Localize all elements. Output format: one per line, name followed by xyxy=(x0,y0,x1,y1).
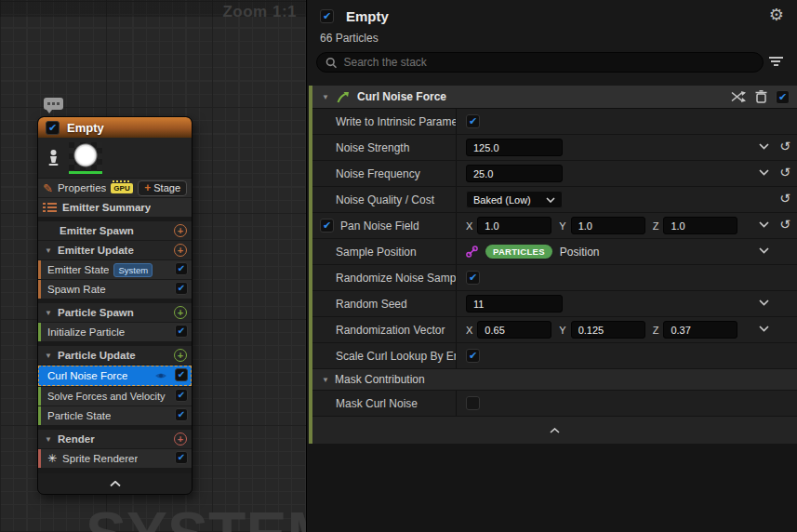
node-row-particle-state[interactable]: Particle State ✔ xyxy=(38,406,192,425)
emitter-node-header[interactable]: ✔ Empty xyxy=(38,117,192,138)
chevron-down-icon[interactable] xyxy=(759,247,769,254)
chevron-down-icon xyxy=(546,197,555,203)
bool-checkbox[interactable]: ✔ xyxy=(466,349,480,363)
emitter-node[interactable]: ✔ Empty ✎ Properties GPU + Stage xyxy=(37,116,193,495)
add-renderer-icon[interactable]: + xyxy=(174,432,187,446)
node-row-solve-forces[interactable]: Solve Forces and Velocity ✔ xyxy=(38,387,192,406)
randvec-x-input[interactable] xyxy=(477,321,551,339)
collapse-triangle-icon[interactable]: ▼ xyxy=(43,352,54,360)
axis-z-label: Z xyxy=(653,220,659,232)
node-row-emitter-summary[interactable]: Emitter Summary xyxy=(38,198,192,217)
reset-to-default-icon[interactable]: ↺ xyxy=(779,218,790,231)
renderer-enabled-checkbox[interactable]: ✔ xyxy=(175,451,188,464)
module-enabled-checkbox[interactable]: ✔ xyxy=(175,325,188,338)
noise-frequency-input[interactable] xyxy=(466,165,563,182)
chevron-down-icon[interactable] xyxy=(759,299,769,306)
emitter-enabled-checkbox[interactable]: ✔ xyxy=(320,9,334,23)
module-enabled-checkbox[interactable]: ✔ xyxy=(175,262,188,275)
collapse-triangle-icon[interactable]: ▼ xyxy=(320,376,331,384)
add-module-icon[interactable]: + xyxy=(174,306,187,319)
system-badge: System xyxy=(113,263,153,277)
filter-icon[interactable] xyxy=(769,57,784,68)
namespace-pill[interactable]: PARTICLES xyxy=(485,245,552,259)
random-seed-input[interactable] xyxy=(466,295,563,313)
pan-x-input[interactable] xyxy=(477,217,551,234)
chevron-down-icon[interactable] xyxy=(759,326,769,332)
add-module-icon[interactable]: + xyxy=(174,224,187,237)
module-header-curl-noise-force[interactable]: ▼ Curl Noise Force ✔ xyxy=(312,86,797,109)
add-stage-button[interactable]: + Stage xyxy=(138,180,187,196)
search-input[interactable] xyxy=(343,56,754,69)
node-group-particle-update[interactable]: ▼ Particle Update + xyxy=(38,346,192,365)
node-row-emitter-state[interactable]: Emitter State System ✔ xyxy=(38,260,192,279)
module-enabled-checkbox[interactable]: ✔ xyxy=(175,389,188,402)
visibility-eye-icon[interactable] xyxy=(154,371,167,380)
collapse-triangle-icon[interactable]: ▼ xyxy=(320,93,331,101)
node-row-properties[interactable]: ✎ Properties GPU + Stage xyxy=(38,179,192,197)
node-row-sprite-renderer[interactable]: ✳ Sprite Renderer ✔ xyxy=(38,449,192,468)
bool-checkbox[interactable]: ✔ xyxy=(320,219,334,233)
module-enabled-checkbox[interactable]: ✔ xyxy=(175,408,188,421)
sprite-star-icon: ✳ xyxy=(47,452,57,465)
collapse-triangle-icon[interactable]: ▼ xyxy=(43,435,54,444)
pan-z-input[interactable] xyxy=(663,217,737,234)
gear-icon[interactable]: ⚙ xyxy=(769,7,784,23)
row-noise-strength: Noise Strength ↺ xyxy=(312,135,797,161)
row-noise-quality: Noise Quality / Cost Baked (Low) ↺ xyxy=(312,187,797,213)
node-group-particle-spawn[interactable]: ▼ Particle Spawn + xyxy=(38,303,192,322)
property-label: Noise Strength xyxy=(312,135,457,160)
emitter-preview-thumbnail[interactable] xyxy=(69,142,102,174)
emitter-node-title: Empty xyxy=(67,121,104,135)
reset-to-default-icon[interactable]: ↺ xyxy=(779,192,790,205)
module-enabled-checkbox[interactable]: ✔ xyxy=(776,90,790,104)
noise-quality-dropdown[interactable]: Baked (Low) xyxy=(466,191,563,208)
row-scale-curl: Scale Curl Lookup By Eng ✔ xyxy=(312,343,797,369)
node-row-curl-noise-force-selected[interactable]: Curl Noise Force ✔ xyxy=(38,366,192,386)
bool-checkbox[interactable]: ✔ xyxy=(466,114,480,128)
node-group-render[interactable]: ▼ Render + xyxy=(38,430,192,448)
chevron-down-icon[interactable] xyxy=(759,169,769,176)
node-spacer xyxy=(38,341,192,345)
node-row-spawn-rate[interactable]: Spawn Rate ✔ xyxy=(38,280,192,299)
axis-z-label: Z xyxy=(653,325,659,336)
reset-to-default-icon[interactable]: ↺ xyxy=(779,140,790,153)
row-sample-position: Sample Position PARTICLES Position xyxy=(312,239,797,265)
chevron-down-icon[interactable] xyxy=(759,221,769,228)
collapse-triangle-icon[interactable]: ▼ xyxy=(43,309,54,317)
add-module-icon[interactable]: + xyxy=(174,349,187,362)
link-icon xyxy=(466,246,478,258)
linked-attribute-name[interactable]: Position xyxy=(560,246,600,259)
row-write-intrinsic: Write to Intrinsic Paramet ✔ xyxy=(312,109,797,135)
reset-to-default-icon[interactable]: ↺ xyxy=(779,166,790,179)
node-spacer xyxy=(38,299,192,302)
noise-strength-input[interactable] xyxy=(466,139,563,156)
node-row-initialize-particle[interactable]: Initialize Particle ✔ xyxy=(38,323,192,341)
collapse-triangle-icon[interactable]: ▼ xyxy=(43,246,54,255)
stack-collapse-bar[interactable] xyxy=(312,417,797,444)
emitter-enabled-checkbox[interactable]: ✔ xyxy=(46,121,60,135)
bool-checkbox-unchecked[interactable] xyxy=(466,396,480,410)
stack-search-bar[interactable] xyxy=(316,52,764,73)
comment-bubble-icon[interactable] xyxy=(44,98,63,110)
module-enabled-checkbox[interactable]: ✔ xyxy=(175,282,188,295)
node-collapse-bar[interactable] xyxy=(38,473,192,494)
randvec-z-input[interactable] xyxy=(663,321,737,339)
search-icon xyxy=(325,57,337,69)
module-enabled-checkbox[interactable]: ✔ xyxy=(175,368,188,381)
node-group-emitter-spawn[interactable]: Emitter Spawn + xyxy=(38,221,192,240)
randvec-y-input[interactable] xyxy=(571,321,645,339)
pan-y-input[interactable] xyxy=(571,217,645,234)
gpu-badge: GPU xyxy=(111,183,132,193)
shuffle-icon[interactable] xyxy=(731,91,747,102)
bool-checkbox[interactable]: ✔ xyxy=(466,271,480,285)
add-module-icon[interactable]: + xyxy=(174,244,187,257)
stage-color-bar xyxy=(38,406,41,425)
axis-x-label: X xyxy=(466,325,472,336)
property-label: Noise Quality / Cost xyxy=(312,187,457,212)
node-graph-canvas[interactable]: Zoom 1:1 SYSTEM ✔ Empty ✎ Properties GPU xyxy=(0,0,307,532)
panel-title: Empty xyxy=(346,8,389,24)
subsection-mask-contribution[interactable]: ▼ Mask Contribution xyxy=(312,369,797,391)
chevron-down-icon[interactable] xyxy=(759,143,769,150)
trash-icon[interactable] xyxy=(755,90,767,103)
node-group-emitter-update[interactable]: ▼ Emitter Update + xyxy=(38,241,192,259)
